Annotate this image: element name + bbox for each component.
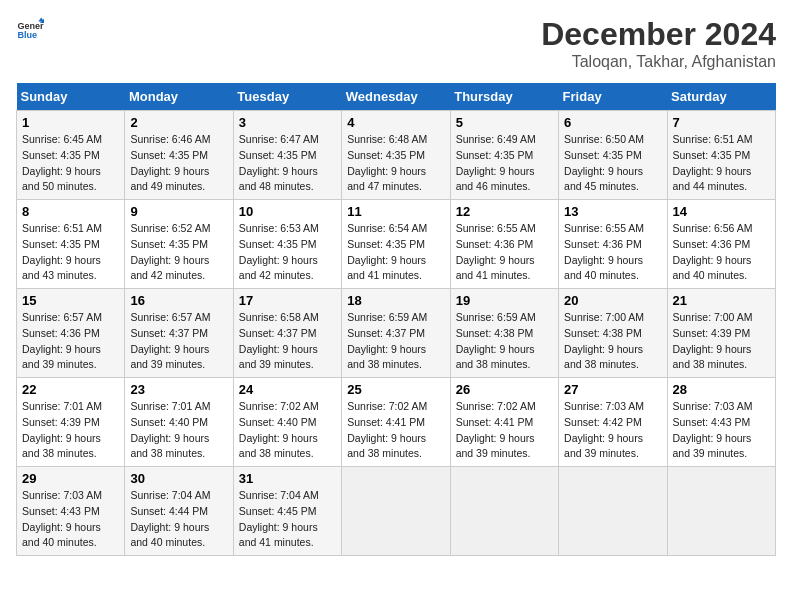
- day-number: 18: [347, 293, 444, 308]
- calendar-week-row: 22 Sunrise: 7:01 AM Sunset: 4:39 PM Dayl…: [17, 378, 776, 467]
- day-number: 16: [130, 293, 227, 308]
- day-info: Sunrise: 6:55 AM Sunset: 4:36 PM Dayligh…: [564, 221, 661, 284]
- day-number: 19: [456, 293, 553, 308]
- sunrise-label: Sunrise: 7:03 AM: [673, 400, 753, 412]
- day-number: 6: [564, 115, 661, 130]
- daylight-label: Daylight: 9 hours and 40 minutes.: [673, 254, 752, 282]
- day-info: Sunrise: 6:55 AM Sunset: 4:36 PM Dayligh…: [456, 221, 553, 284]
- daylight-label: Daylight: 9 hours and 41 minutes.: [456, 254, 535, 282]
- calendar-body: 1 Sunrise: 6:45 AM Sunset: 4:35 PM Dayli…: [17, 111, 776, 556]
- sunset-label: Sunset: 4:35 PM: [347, 238, 425, 250]
- day-number: 26: [456, 382, 553, 397]
- calendar-cell: 13 Sunrise: 6:55 AM Sunset: 4:36 PM Dayl…: [559, 200, 667, 289]
- day-number: 10: [239, 204, 336, 219]
- logo: General Blue: [16, 16, 44, 44]
- sunrise-label: Sunrise: 7:02 AM: [239, 400, 319, 412]
- sunset-label: Sunset: 4:38 PM: [456, 327, 534, 339]
- calendar-cell: 16 Sunrise: 6:57 AM Sunset: 4:37 PM Dayl…: [125, 289, 233, 378]
- svg-text:Blue: Blue: [17, 30, 37, 40]
- calendar-cell: 7 Sunrise: 6:51 AM Sunset: 4:35 PM Dayli…: [667, 111, 775, 200]
- day-info: Sunrise: 6:59 AM Sunset: 4:37 PM Dayligh…: [347, 310, 444, 373]
- sunset-label: Sunset: 4:36 PM: [564, 238, 642, 250]
- calendar-cell: [667, 467, 775, 556]
- day-info: Sunrise: 6:59 AM Sunset: 4:38 PM Dayligh…: [456, 310, 553, 373]
- sunset-label: Sunset: 4:35 PM: [673, 149, 751, 161]
- calendar-cell: 11 Sunrise: 6:54 AM Sunset: 4:35 PM Dayl…: [342, 200, 450, 289]
- sunset-label: Sunset: 4:36 PM: [22, 327, 100, 339]
- calendar-cell: 2 Sunrise: 6:46 AM Sunset: 4:35 PM Dayli…: [125, 111, 233, 200]
- sunset-label: Sunset: 4:38 PM: [564, 327, 642, 339]
- calendar-cell: 21 Sunrise: 7:00 AM Sunset: 4:39 PM Dayl…: [667, 289, 775, 378]
- sunset-label: Sunset: 4:35 PM: [347, 149, 425, 161]
- title-area: December 2024 Taloqan, Takhar, Afghanist…: [541, 16, 776, 71]
- day-number: 9: [130, 204, 227, 219]
- day-info: Sunrise: 6:49 AM Sunset: 4:35 PM Dayligh…: [456, 132, 553, 195]
- daylight-label: Daylight: 9 hours and 44 minutes.: [673, 165, 752, 193]
- sunrise-label: Sunrise: 7:01 AM: [22, 400, 102, 412]
- sunrise-label: Sunrise: 6:49 AM: [456, 133, 536, 145]
- calendar-cell: 6 Sunrise: 6:50 AM Sunset: 4:35 PM Dayli…: [559, 111, 667, 200]
- calendar-cell: 8 Sunrise: 6:51 AM Sunset: 4:35 PM Dayli…: [17, 200, 125, 289]
- sunrise-label: Sunrise: 6:46 AM: [130, 133, 210, 145]
- day-info: Sunrise: 7:03 AM Sunset: 4:42 PM Dayligh…: [564, 399, 661, 462]
- day-of-week-header: Wednesday: [342, 83, 450, 111]
- calendar-week-row: 1 Sunrise: 6:45 AM Sunset: 4:35 PM Dayli…: [17, 111, 776, 200]
- daylight-label: Daylight: 9 hours and 42 minutes.: [239, 254, 318, 282]
- day-number: 1: [22, 115, 119, 130]
- svg-text:General: General: [17, 21, 44, 31]
- calendar-week-row: 29 Sunrise: 7:03 AM Sunset: 4:43 PM Dayl…: [17, 467, 776, 556]
- day-info: Sunrise: 7:04 AM Sunset: 4:45 PM Dayligh…: [239, 488, 336, 551]
- day-number: 23: [130, 382, 227, 397]
- calendar-cell: 29 Sunrise: 7:03 AM Sunset: 4:43 PM Dayl…: [17, 467, 125, 556]
- sunset-label: Sunset: 4:41 PM: [456, 416, 534, 428]
- sunset-label: Sunset: 4:40 PM: [130, 416, 208, 428]
- calendar-cell: 27 Sunrise: 7:03 AM Sunset: 4:42 PM Dayl…: [559, 378, 667, 467]
- sunrise-label: Sunrise: 6:52 AM: [130, 222, 210, 234]
- calendar-cell: [342, 467, 450, 556]
- day-info: Sunrise: 6:56 AM Sunset: 4:36 PM Dayligh…: [673, 221, 770, 284]
- day-info: Sunrise: 6:54 AM Sunset: 4:35 PM Dayligh…: [347, 221, 444, 284]
- day-number: 29: [22, 471, 119, 486]
- day-number: 31: [239, 471, 336, 486]
- calendar-cell: 30 Sunrise: 7:04 AM Sunset: 4:44 PM Dayl…: [125, 467, 233, 556]
- sunset-label: Sunset: 4:39 PM: [22, 416, 100, 428]
- calendar-cell: 22 Sunrise: 7:01 AM Sunset: 4:39 PM Dayl…: [17, 378, 125, 467]
- sunrise-label: Sunrise: 7:04 AM: [130, 489, 210, 501]
- sunset-label: Sunset: 4:35 PM: [239, 238, 317, 250]
- calendar-cell: 3 Sunrise: 6:47 AM Sunset: 4:35 PM Dayli…: [233, 111, 341, 200]
- daylight-label: Daylight: 9 hours and 41 minutes.: [347, 254, 426, 282]
- daylight-label: Daylight: 9 hours and 40 minutes.: [564, 254, 643, 282]
- calendar-cell: 25 Sunrise: 7:02 AM Sunset: 4:41 PM Dayl…: [342, 378, 450, 467]
- calendar-week-row: 8 Sunrise: 6:51 AM Sunset: 4:35 PM Dayli…: [17, 200, 776, 289]
- calendar-table: SundayMondayTuesdayWednesdayThursdayFrid…: [16, 83, 776, 556]
- day-number: 2: [130, 115, 227, 130]
- day-info: Sunrise: 6:52 AM Sunset: 4:35 PM Dayligh…: [130, 221, 227, 284]
- daylight-label: Daylight: 9 hours and 38 minutes.: [347, 432, 426, 460]
- sunset-label: Sunset: 4:36 PM: [456, 238, 534, 250]
- day-info: Sunrise: 6:47 AM Sunset: 4:35 PM Dayligh…: [239, 132, 336, 195]
- day-info: Sunrise: 6:58 AM Sunset: 4:37 PM Dayligh…: [239, 310, 336, 373]
- daylight-label: Daylight: 9 hours and 39 minutes.: [22, 343, 101, 371]
- page-subtitle: Taloqan, Takhar, Afghanistan: [541, 53, 776, 71]
- sunset-label: Sunset: 4:41 PM: [347, 416, 425, 428]
- sunrise-label: Sunrise: 6:48 AM: [347, 133, 427, 145]
- day-number: 22: [22, 382, 119, 397]
- day-of-week-header: Sunday: [17, 83, 125, 111]
- daylight-label: Daylight: 9 hours and 42 minutes.: [130, 254, 209, 282]
- day-of-week-header: Tuesday: [233, 83, 341, 111]
- sunset-label: Sunset: 4:40 PM: [239, 416, 317, 428]
- daylight-label: Daylight: 9 hours and 39 minutes.: [673, 432, 752, 460]
- day-number: 5: [456, 115, 553, 130]
- daylight-label: Daylight: 9 hours and 39 minutes.: [456, 432, 535, 460]
- sunrise-label: Sunrise: 6:51 AM: [22, 222, 102, 234]
- day-of-week-header: Monday: [125, 83, 233, 111]
- calendar-cell: 24 Sunrise: 7:02 AM Sunset: 4:40 PM Dayl…: [233, 378, 341, 467]
- day-info: Sunrise: 7:02 AM Sunset: 4:41 PM Dayligh…: [347, 399, 444, 462]
- daylight-label: Daylight: 9 hours and 39 minutes.: [130, 343, 209, 371]
- daylight-label: Daylight: 9 hours and 47 minutes.: [347, 165, 426, 193]
- sunrise-label: Sunrise: 6:51 AM: [673, 133, 753, 145]
- calendar-cell: 31 Sunrise: 7:04 AM Sunset: 4:45 PM Dayl…: [233, 467, 341, 556]
- sunset-label: Sunset: 4:37 PM: [347, 327, 425, 339]
- sunset-label: Sunset: 4:35 PM: [564, 149, 642, 161]
- daylight-label: Daylight: 9 hours and 41 minutes.: [239, 521, 318, 549]
